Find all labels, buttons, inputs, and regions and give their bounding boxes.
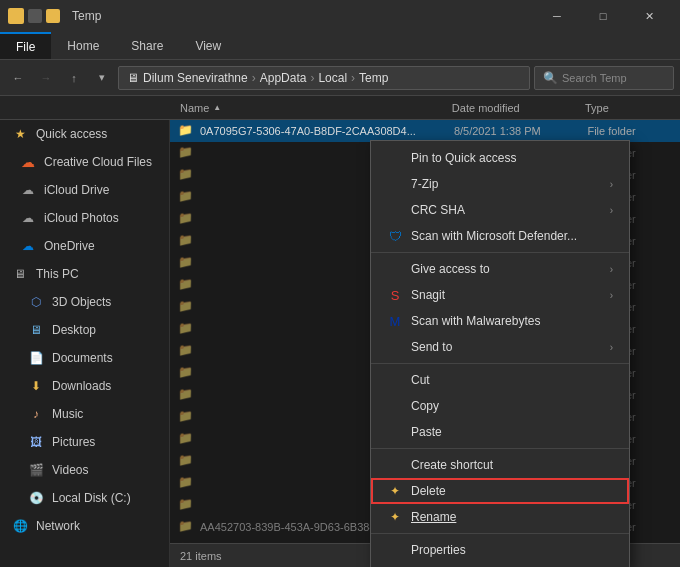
col-header-name[interactable]: Name ▲ [176, 102, 452, 114]
address-path[interactable]: 🖥 Dilum Senevirathne › AppData › Local ›… [118, 66, 530, 90]
ctx-create-shortcut[interactable]: Create shortcut [371, 452, 629, 478]
arrow-icon: › [610, 205, 613, 216]
sidebar-item-desktop[interactable]: 🖥 Desktop [0, 316, 169, 344]
up-button[interactable]: ↑ [62, 66, 86, 90]
ctx-delete[interactable]: ✦ Delete [371, 478, 629, 504]
sidebar-item-quick-access[interactable]: ★ Quick access [0, 120, 169, 148]
tab-home[interactable]: Home [51, 32, 115, 59]
folder-icon: 📁 [178, 409, 194, 425]
sidebar-item-creative-cloud[interactable]: ☁ Creative Cloud Files [0, 148, 169, 176]
separator-1 [371, 252, 629, 253]
this-pc-icon: 🖥 [12, 266, 28, 282]
maximize-button[interactable]: □ [580, 0, 626, 32]
ctx-rename[interactable]: ✦ Rename [371, 504, 629, 530]
sidebar-item-network[interactable]: 🌐 Network [0, 512, 169, 540]
app-icon [8, 8, 24, 24]
window-controls: ─ □ ✕ [534, 0, 672, 32]
sidebar-item-onedrive[interactable]: ☁ OneDrive [0, 232, 169, 260]
3d-objects-icon: ⬡ [28, 294, 44, 310]
recent-button[interactable]: ▾ [90, 66, 114, 90]
delete-icon: ✦ [387, 483, 403, 499]
col-header-date[interactable]: Date modified [452, 102, 585, 114]
folder-icon: 📁 [178, 431, 194, 447]
ctx-label-properties: Properties [411, 543, 466, 557]
file-name: 0A7095G7-5306-47A0-B8DF-2CAA308D4... [200, 125, 450, 137]
ctx-malwarebytes[interactable]: M Scan with Malwarebytes [371, 308, 629, 334]
ctx-label-malwarebytes: Scan with Malwarebytes [411, 314, 540, 328]
ctx-give-access[interactable]: Give access to › [371, 256, 629, 282]
downloads-icon: ⬇ [28, 378, 44, 394]
ctx-cut[interactable]: Cut [371, 367, 629, 393]
search-box[interactable]: 🔍 Search Temp [534, 66, 674, 90]
sidebar-item-downloads[interactable]: ⬇ Downloads [0, 372, 169, 400]
sidebar-label-videos: Videos [52, 463, 161, 477]
onedrive-icon: ☁ [20, 238, 36, 254]
sidebar-item-3d-objects[interactable]: ⬡ 3D Objects [0, 288, 169, 316]
ribbon: File Home Share View [0, 32, 680, 60]
forward-button[interactable]: → [34, 66, 58, 90]
sidebar-item-music[interactable]: ♪ Music [0, 400, 169, 428]
status-item-count: 21 items [180, 550, 222, 562]
ctx-label-defender: Scan with Microsoft Defender... [411, 229, 577, 243]
close-button[interactable]: ✕ [626, 0, 672, 32]
sidebar-label-onedrive: OneDrive [44, 239, 161, 253]
ctx-label-delete: Delete [411, 484, 446, 498]
folder-icon: 📁 [178, 299, 194, 315]
ctx-properties[interactable]: Properties [371, 537, 629, 563]
separator-2 [371, 363, 629, 364]
folder-icon: 📁 [178, 233, 194, 249]
sidebar-label-creative-cloud: Creative Cloud Files [44, 155, 161, 169]
ctx-label-pin: Pin to Quick access [411, 151, 516, 165]
table-row[interactable]: 📁 0A7095G7-5306-47A0-B8DF-2CAA308D4... 8… [170, 120, 680, 142]
minimize-button[interactable]: ─ [534, 0, 580, 32]
folder-icon: 📁 [178, 519, 194, 535]
col-header-type[interactable]: Type [585, 102, 680, 114]
sidebar-item-icloud-photos[interactable]: ☁ iCloud Photos [0, 204, 169, 232]
ctx-label-give-access: Give access to [411, 262, 490, 276]
sidebar-item-documents[interactable]: 📄 Documents [0, 344, 169, 372]
sidebar-label-icloud-drive: iCloud Drive [44, 183, 161, 197]
ctx-scan-defender[interactable]: 🛡 Scan with Microsoft Defender... [371, 223, 629, 249]
sidebar-item-pictures[interactable]: 🖼 Pictures [0, 428, 169, 456]
tab-share[interactable]: Share [115, 32, 179, 59]
ctx-7zip[interactable]: 7-Zip › [371, 171, 629, 197]
ctx-paste[interactable]: Paste [371, 419, 629, 445]
sidebar-label-downloads: Downloads [52, 379, 161, 393]
sidebar-item-videos[interactable]: 🎬 Videos [0, 456, 169, 484]
sidebar-item-icloud-drive[interactable]: ☁ iCloud Drive [0, 176, 169, 204]
properties-icon [387, 542, 403, 558]
ctx-pin-quick-access[interactable]: Pin to Quick access [371, 145, 629, 171]
desktop-icon: 🖥 [28, 322, 44, 338]
ctx-copy[interactable]: Copy [371, 393, 629, 419]
rename-icon: ✦ [387, 509, 403, 525]
malwarebytes-icon: M [387, 313, 403, 329]
sidebar-label-network: Network [36, 519, 161, 533]
access-icon [387, 261, 403, 277]
ctx-crc-sha[interactable]: CRC SHA › [371, 197, 629, 223]
icloud-drive-icon: ☁ [20, 182, 36, 198]
tab-view[interactable]: View [179, 32, 237, 59]
copy-icon [387, 398, 403, 414]
ctx-label-create-shortcut: Create shortcut [411, 458, 493, 472]
folder-icon: 📁 [178, 123, 194, 139]
sidebar-label-3d-objects: 3D Objects [52, 295, 161, 309]
ctx-label-crc: CRC SHA [411, 203, 465, 217]
sidebar-item-local-disk[interactable]: 💿 Local Disk (C:) [0, 484, 169, 512]
ctx-snagit[interactable]: S Snagit › [371, 282, 629, 308]
ctx-label-cut: Cut [411, 373, 430, 387]
folder-icon: 📁 [178, 475, 194, 491]
sidebar-label-music: Music [52, 407, 161, 421]
ctx-send-to[interactable]: Send to › [371, 334, 629, 360]
folder-icon: 📁 [178, 211, 194, 227]
back-button[interactable]: ← [6, 66, 30, 90]
defender-icon: 🛡 [387, 228, 403, 244]
path-pc-icon: 🖥 [127, 71, 139, 85]
snagit-icon: S [387, 287, 403, 303]
sidebar-item-this-pc[interactable]: 🖥 This PC [0, 260, 169, 288]
folder-icon: 📁 [178, 277, 194, 293]
tab-file[interactable]: File [0, 32, 51, 59]
sidebar-label-documents: Documents [52, 351, 161, 365]
music-icon: ♪ [28, 406, 44, 422]
icloud-photos-icon: ☁ [20, 210, 36, 226]
path-temp: Temp [359, 71, 388, 85]
